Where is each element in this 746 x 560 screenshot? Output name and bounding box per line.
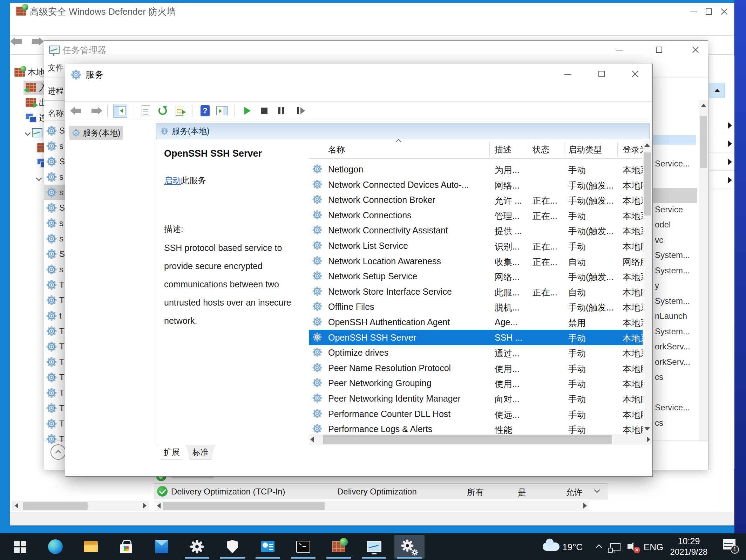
scrollbar-thumb[interactable]	[23, 502, 88, 510]
task-manager-service-row[interactable]: T	[44, 339, 65, 354]
clock[interactable]: 10:29 2021/9/28	[666, 535, 712, 557]
task-manager-service-row[interactable]: T	[44, 370, 65, 385]
task-manager-service-row[interactable]: s	[44, 262, 65, 277]
start-service-button[interactable]	[240, 104, 255, 118]
store-icon[interactable]	[111, 535, 141, 559]
scrollbar-thumb[interactable]	[163, 502, 325, 510]
column-header-name[interactable]: 名称	[328, 144, 345, 155]
start-icon[interactable]	[5, 535, 35, 559]
tab-processes[interactable]: 进程	[48, 86, 64, 96]
task-manager-service-row[interactable]: S	[44, 154, 65, 169]
service-row[interactable]: Peer Name Resolution Protocol 使用... 手动 本…	[309, 360, 643, 376]
edge-icon[interactable]	[40, 535, 70, 559]
forward-arrow-button[interactable]	[88, 104, 102, 118]
action-row[interactable]	[709, 152, 735, 171]
close-button[interactable]	[628, 68, 643, 80]
chevron-down-icon[interactable]	[594, 487, 600, 493]
service-row[interactable]: Peer Networking Grouping 使用... 手动 本地服务	[309, 375, 643, 391]
column-header-startup-type[interactable]: 启动类型	[568, 144, 602, 155]
name-column-header[interactable]: 名称	[48, 108, 64, 119]
services-vertical-scrollbar[interactable]	[643, 140, 652, 434]
resume-service-button[interactable]	[291, 104, 305, 118]
properties-button[interactable]	[139, 104, 153, 118]
task-manager-service-row[interactable]: S	[44, 200, 65, 216]
services-gear-icon[interactable]	[394, 535, 425, 559]
service-row[interactable]: Network Connected Devices Auto-... 网络...…	[309, 177, 643, 192]
service-row[interactable]: Peer Networking Identity Manager 向对... 手…	[309, 391, 643, 406]
task-manager-service-row[interactable]: s	[44, 216, 65, 231]
service-row[interactable]: Network Setup Service 网络... 手动(触发... 本地系…	[309, 268, 643, 284]
action-row[interactable]	[709, 171, 735, 189]
action-row[interactable]	[709, 134, 735, 152]
task-manager-service-row[interactable]: T	[44, 431, 65, 447]
monitor-app-icon[interactable]	[253, 535, 283, 559]
file-menu[interactable]: 文件	[48, 62, 64, 73]
chevron-down-icon[interactable]	[36, 175, 42, 181]
task-manager-service-row[interactable]: S	[44, 123, 65, 138]
weather-cloud-icon[interactable]	[543, 542, 560, 551]
task-manager-service-row[interactable]: T	[44, 401, 65, 416]
task-manager-service-row[interactable]: t	[44, 308, 65, 323]
scroll-left-button[interactable]	[15, 503, 18, 508]
view-tab[interactable]: 标准	[186, 445, 215, 459]
scrollbar-thumb[interactable]	[323, 435, 612, 444]
task-manager-service-row[interactable]: s	[44, 138, 65, 154]
service-row[interactable]: OpenSSH Authentication Agent Age... 禁用 本…	[309, 314, 643, 330]
service-row[interactable]: Performance Counter DLL Host 使远... 手动 本地…	[309, 406, 643, 422]
column-header-status[interactable]: 状态	[533, 144, 549, 155]
maximize-button[interactable]	[651, 43, 667, 56]
local-firewall-icon[interactable]: 本地	[12, 66, 47, 80]
firewall-rule-row[interactable]: Delivery Optimization (TCP-In) Delivery …	[154, 483, 608, 499]
mail-icon[interactable]	[147, 535, 177, 559]
task-manager-service-row[interactable]: T	[44, 293, 65, 308]
service-row[interactable]: Performance Logs & Alerts 性能 手动 本地服务	[309, 421, 643, 434]
maximize-button[interactable]	[594, 68, 609, 80]
task-manager-service-row[interactable]: s	[44, 185, 65, 200]
service-row[interactable]: Netlogon 为用... 手动 本地系统	[309, 162, 643, 177]
task-manager-service-row[interactable]: T	[44, 385, 65, 401]
network-icon[interactable]	[610, 543, 620, 551]
refresh-button[interactable]	[156, 104, 170, 118]
scroll-right-button[interactable]	[647, 437, 650, 442]
task-manager-vertical-scrollbar[interactable]	[699, 100, 708, 442]
help-button[interactable]: ?	[198, 104, 212, 118]
scrollbar-thumb[interactable]	[700, 116, 707, 168]
pause-service-button[interactable]	[274, 104, 288, 118]
task-manager-service-row[interactable]: T	[44, 277, 65, 293]
action-row[interactable]	[709, 116, 735, 134]
task-manager-service-row[interactable]: T	[44, 354, 65, 370]
scroll-up-button[interactable]	[701, 104, 706, 107]
language-indicator[interactable]: ENG	[644, 542, 663, 553]
service-row[interactable]: Network Connectivity Assistant 提供 ... 手动…	[309, 223, 643, 238]
command-prompt-icon[interactable]	[288, 535, 318, 559]
close-button[interactable]	[717, 5, 732, 18]
show-panel-button[interactable]	[215, 104, 229, 118]
firewall-wall-icon[interactable]	[324, 535, 354, 559]
service-row[interactable]: Network Connections 管理... 正在... 手动 本地系统	[309, 207, 643, 223]
minimize-button[interactable]	[686, 5, 701, 18]
task-manager-icon[interactable]	[359, 535, 389, 559]
scroll-left-button[interactable]	[157, 503, 161, 508]
back-arrow-button[interactable]	[71, 104, 85, 118]
service-row[interactable]: Network List Service 识别... 正在... 手动 本地服务	[309, 238, 643, 253]
hidden-icons-chevron[interactable]	[596, 544, 602, 551]
scrollbar-thumb[interactable]	[644, 152, 651, 216]
service-row[interactable]: OpenSSH SSH Server SSH ... 手动 本地系统	[309, 330, 643, 345]
task-manager-service-row[interactable]: T	[44, 416, 65, 431]
column-header-description[interactable]: 描述	[495, 144, 511, 155]
service-row[interactable]: Network Store Interface Service 此服... 正在…	[309, 284, 643, 299]
console-tree-button[interactable]	[113, 104, 127, 118]
back-arrow-icon[interactable]	[15, 39, 22, 44]
task-manager-service-row[interactable]: s	[44, 231, 65, 246]
tree-horizontal-scrollbar[interactable]	[12, 501, 149, 511]
scroll-up-button[interactable]	[644, 143, 650, 147]
minimize-button[interactable]	[611, 43, 627, 56]
scroll-left-button[interactable]	[310, 437, 314, 442]
stop-service-button[interactable]	[257, 104, 271, 118]
volume-muted-icon[interactable]	[628, 544, 631, 549]
chevron-down-icon[interactable]	[25, 130, 31, 136]
tree-item-services-local[interactable]: 服务(本地)	[69, 126, 123, 140]
service-row[interactable]: Optimize drives 通过... 手动 本地系统	[309, 345, 643, 360]
view-tab[interactable]: 扩展	[157, 445, 186, 459]
service-row[interactable]: Network Location Awareness 收集... 正在... 自…	[309, 253, 643, 269]
